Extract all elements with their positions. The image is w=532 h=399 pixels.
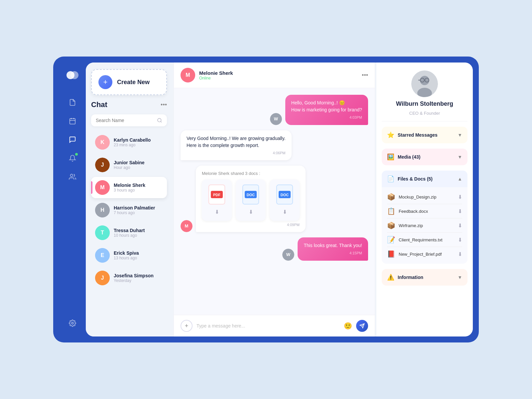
- avatar-erick: E: [95, 248, 110, 263]
- chat-list: K Karlyn Carabello 23 mins ago J Junior …: [91, 132, 167, 289]
- avatar-josefina: J: [95, 271, 110, 285]
- message-time-3: 4:09PM: [202, 222, 300, 228]
- sidebar-nav: [65, 94, 80, 315]
- doc-download-pdf[interactable]: ⬇: [215, 208, 219, 216]
- profile-name: Wilburn Stoltenberg: [396, 100, 453, 107]
- message-input[interactable]: [197, 323, 340, 329]
- chat-info-melonie: Melonie Sherk 3 hours ago: [114, 183, 163, 193]
- message-bubble-3: Melonie Sherk shared 3 docs : PDF: [196, 166, 306, 232]
- chat-name-tressa: Tressa Duhart: [114, 228, 163, 233]
- media-icon: 🖼️: [387, 153, 394, 161]
- starred-label: Starred Messages: [398, 132, 454, 138]
- svg-text:M: M: [100, 185, 104, 190]
- info-icon: ⚠️: [387, 274, 394, 281]
- message-3: M Melonie Sherk shared 3 docs :: [181, 166, 368, 232]
- sidebar: [59, 63, 86, 336]
- sidebar-item-notifications[interactable]: [65, 150, 80, 166]
- chat-name-erick: Erick Spiva: [114, 250, 163, 256]
- chat-list-item-josefina[interactable]: J Josefina Simpson Yesterday: [91, 267, 167, 289]
- avatar-karlyn: K: [95, 135, 110, 150]
- doc-card-doc2[interactable]: DOC ⬇: [270, 180, 300, 221]
- svg-text:PDF: PDF: [213, 193, 220, 197]
- sidebar-item-documents[interactable]: [65, 94, 80, 110]
- svg-point-1: [70, 71, 78, 79]
- chat-name-junior: Junior Sabine: [114, 160, 163, 165]
- main-content: + Create New Chat ••• K Karlyn Carabel: [86, 63, 473, 336]
- chat-time-harrison: 7 hours ago: [114, 210, 163, 215]
- file-download-mockup[interactable]: ⬇: [458, 194, 462, 200]
- doc-download-doc2[interactable]: ⬇: [283, 208, 287, 216]
- chat-contact-name: Melonie Sherk: [199, 70, 358, 76]
- svg-text:DOC: DOC: [247, 193, 255, 197]
- file-download-wirframe[interactable]: ⬇: [458, 222, 462, 229]
- message-bubble-2: Very Good Morning..! We are growing grad…: [181, 130, 292, 161]
- svg-point-7: [71, 322, 73, 324]
- chat-top-bar: M Melonie Sherk Online •••: [174, 63, 375, 88]
- chat-time-erick: 13 hours ago: [114, 256, 163, 260]
- file-row-client[interactable]: 📝 Client_Requirments.txt ⬇: [387, 233, 462, 247]
- chat-list-item-erick[interactable]: E Erick Spiva 13 hours ago: [91, 245, 167, 266]
- doc-download-doc1[interactable]: ⬇: [249, 208, 253, 216]
- accordion-media: 🖼️ Media (43) ▼: [382, 149, 467, 165]
- chat-info-karlyn: Karlyn Carabello 23 mins ago: [114, 137, 163, 147]
- sidebar-item-users[interactable]: [65, 169, 80, 185]
- create-new-button[interactable]: + Create New: [91, 69, 167, 95]
- file-row-brief[interactable]: 📕 New_Project_Brief.pdf ⬇: [387, 247, 462, 261]
- file-download-feedback[interactable]: ⬇: [458, 208, 462, 214]
- file-download-client[interactable]: ⬇: [458, 237, 462, 243]
- sidebar-bottom: [65, 315, 80, 331]
- files-chevron-icon: ▲: [458, 176, 462, 182]
- accordion-header-starred[interactable]: ⭐ Starred Messages ▼: [382, 127, 467, 143]
- search-icon: [157, 118, 162, 123]
- avatar-harrison: H: [95, 203, 110, 217]
- chat-info-josefina: Josefina Simpson Yesterday: [114, 273, 163, 283]
- chat-name-karlyn: Karlyn Carabello: [114, 137, 163, 143]
- info-chevron-icon: ▼: [458, 275, 462, 280]
- sidebar-item-calendar[interactable]: [65, 113, 80, 129]
- file-name-wirframe: Wirframe.zip: [399, 223, 455, 228]
- svg-text:T: T: [101, 230, 104, 235]
- search-box: [91, 114, 167, 126]
- accordion-header-media[interactable]: 🖼️ Media (43) ▼: [382, 149, 467, 165]
- right-panel: Wilburn Stoltenberg CEO & Founder ⭐ Star…: [376, 63, 473, 336]
- file-icon-brief: 📕: [387, 250, 395, 258]
- chat-time-karlyn: 23 mins ago: [114, 143, 163, 147]
- chat-options-button[interactable]: •••: [362, 72, 368, 79]
- profile-avatar: [411, 70, 438, 97]
- chat-title: Chat: [91, 100, 107, 109]
- chat-list-item-melonie[interactable]: M Melonie Sherk 3 hours ago: [91, 177, 167, 198]
- chat-contact-status: Online: [199, 76, 358, 80]
- search-input[interactable]: [96, 118, 154, 123]
- message-bubble-4: This looks great. Thank you! 4:15PM: [298, 237, 368, 261]
- doc-card-doc1[interactable]: DOC ⬇: [236, 180, 266, 221]
- svg-text:H: H: [100, 207, 104, 213]
- chat-menu-button[interactable]: •••: [161, 101, 167, 108]
- chat-list-item-karlyn[interactable]: K Karlyn Carabello 23 mins ago: [91, 132, 167, 153]
- create-new-label: Create New: [117, 79, 150, 86]
- avatar-melonie: M: [95, 180, 110, 195]
- message-text-4: This looks great. Thank you!: [304, 243, 362, 248]
- file-row-mockup[interactable]: 📦 Mockup_Design.zip ⬇: [387, 190, 462, 204]
- sender-avatar-1: W: [270, 113, 282, 125]
- doc-card-pdf[interactable]: PDF ⬇: [202, 180, 232, 221]
- sidebar-item-chat[interactable]: [65, 132, 80, 148]
- sidebar-item-settings[interactable]: [65, 315, 80, 331]
- svg-point-8: [158, 118, 161, 122]
- message-input-bar: + 🙂: [174, 315, 375, 336]
- accordion-header-info[interactable]: ⚠️ Information ▼: [382, 269, 467, 286]
- accordion-header-files[interactable]: 📄 Files & Docs (5) ▲: [382, 171, 467, 187]
- chat-list-item-harrison[interactable]: H Harrison Palmatier 7 hours ago: [91, 200, 167, 221]
- chat-list-item-tressa[interactable]: T Tressa Duhart 10 hours ago: [91, 222, 167, 243]
- attach-button[interactable]: +: [181, 320, 193, 332]
- send-button[interactable]: [356, 320, 368, 332]
- emoji-button[interactable]: 🙂: [344, 322, 352, 330]
- doc-icon-doc1: DOC: [242, 184, 259, 205]
- message-4: This looks great. Thank you! 4:15PM W: [181, 237, 368, 261]
- file-download-brief[interactable]: ⬇: [458, 251, 462, 257]
- chat-list-item-junior[interactable]: J Junior Sabine Hour ago: [91, 154, 167, 176]
- file-icon-mockup: 📦: [387, 193, 395, 201]
- file-row-feedback[interactable]: 📋 Feedback.docx ⬇: [387, 204, 462, 218]
- chat-info-harrison: Harrison Palmatier 7 hours ago: [114, 205, 163, 215]
- file-row-wirframe[interactable]: 📦 Wirframe.zip ⬇: [387, 218, 462, 233]
- file-name-mockup: Mockup_Design.zip: [399, 195, 455, 200]
